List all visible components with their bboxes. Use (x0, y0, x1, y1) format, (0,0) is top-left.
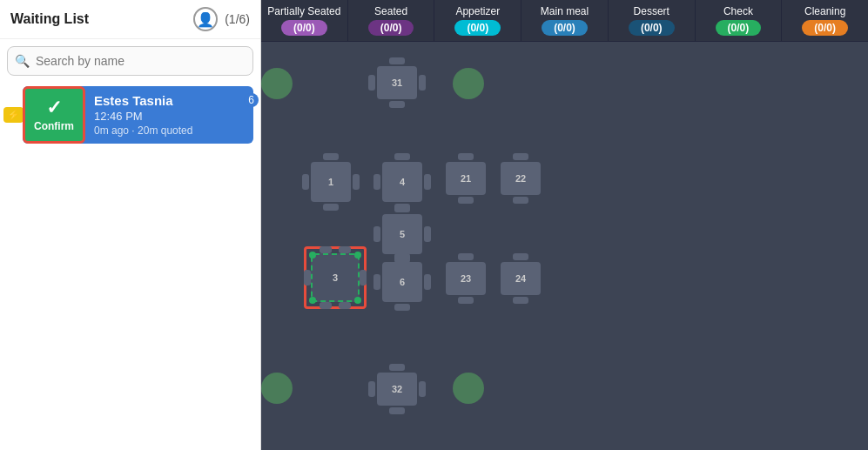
chair-top (394, 253, 410, 260)
status-label: Seated (374, 5, 407, 17)
table-rect-24[interactable]: 24 (501, 262, 541, 295)
table-6[interactable]: 6 (382, 262, 422, 302)
search-icon: 🔍 (15, 54, 30, 68)
status-tab-seated[interactable]: Seated (0/0) (348, 0, 435, 41)
status-pill: (0/0) (281, 20, 327, 36)
avatar-icon[interactable]: 👤 (193, 7, 218, 31)
status-tab-appetizer[interactable]: Appetizer (0/0) (434, 0, 521, 41)
chair-top (458, 253, 474, 260)
corner-dot-br (354, 297, 361, 304)
status-label: Appetizer (455, 5, 500, 17)
status-label: Main meal (541, 5, 589, 17)
list-item[interactable]: ✓ Confirm Estes Tasnia 12:46 PM 0m ago ·… (23, 86, 253, 144)
status-label: Dessert (634, 5, 670, 17)
status-bar: Partially Seated (0/0) Seated (0/0) Appe… (261, 0, 868, 42)
status-tab-cleaning[interactable]: Cleaning (0/0) (782, 0, 868, 41)
chair-bottom (394, 304, 410, 311)
corner-dot-tl (309, 252, 316, 259)
chair-top (513, 153, 528, 160)
status-tab-dessert[interactable]: Dessert (0/0) (609, 0, 696, 41)
search-input[interactable] (7, 46, 253, 76)
chair-bottom (458, 297, 474, 304)
status-tab-main-meal[interactable]: Main meal (0/0) (521, 0, 609, 41)
chair-bottom (323, 204, 339, 211)
confirm-button[interactable]: ✓ Confirm (23, 86, 85, 144)
sidebar-title: Waiting List (10, 11, 89, 27)
status-label: Check (723, 5, 753, 17)
chair-right (360, 270, 367, 285)
table-3[interactable]: 3 (311, 253, 360, 302)
item-info: Estes Tasnia 12:46 PM 0m ago · 20m quote… (85, 86, 253, 144)
chair-right (419, 75, 426, 91)
item-time: 12:46 PM (94, 110, 245, 123)
chair-right (424, 226, 431, 242)
table-21[interactable]: 21 (446, 162, 486, 195)
table-24[interactable]: 24 (501, 262, 541, 295)
sidebar-header: Waiting List 👤 (1/6) (0, 0, 260, 39)
status-pill: (0/0) (454, 20, 501, 36)
chair-left (373, 174, 380, 190)
chair-top-left (320, 246, 332, 253)
sidebar-header-right: 👤 (1/6) (193, 7, 250, 31)
chair-top (389, 364, 405, 371)
table-rect-21[interactable]: 21 (446, 162, 486, 195)
chair-left (302, 174, 309, 190)
status-pill: (0/0) (716, 20, 762, 36)
table-rect-23[interactable]: 23 (446, 262, 486, 295)
table-32[interactable]: 32 (377, 373, 417, 406)
chair-bottom-left (320, 302, 332, 309)
status-pill: (0/0) (368, 20, 414, 36)
table-rect-3[interactable]: 3 (311, 253, 360, 302)
table-31[interactable]: 31 (377, 66, 417, 99)
chair-bottom (389, 101, 405, 108)
chair-top (394, 205, 410, 212)
chair-bottom (389, 407, 405, 414)
status-tab-partially-seated[interactable]: Partially Seated (0/0) (261, 0, 348, 41)
table-rect-32[interactable]: 32 (377, 373, 417, 406)
chair-bottom (458, 197, 474, 204)
chair-left (368, 75, 375, 91)
table-rect-6[interactable]: 6 (382, 262, 422, 302)
counter-badge: (1/6) (225, 12, 250, 26)
chair-right (424, 174, 431, 190)
table-22[interactable]: 22 (501, 162, 541, 195)
chair-right (419, 381, 426, 397)
chair-top (323, 153, 339, 160)
chair-bottom-right (339, 302, 351, 309)
floor-plan[interactable]: 31142122536232432 (261, 42, 868, 450)
chair-top (389, 57, 405, 64)
chair-top-right (339, 246, 351, 253)
table-23[interactable]: 23 (446, 262, 486, 295)
plant-decoration (453, 373, 484, 404)
confirm-label: Confirm (34, 120, 74, 132)
table-rect-5[interactable]: 5 (382, 214, 422, 254)
status-pill: (0/0) (802, 20, 848, 36)
table-rect-31[interactable]: 31 (377, 66, 417, 99)
sidebar: Waiting List 👤 (1/6) 🔍 ⚡ ✓ Confirm Estes… (0, 0, 261, 450)
chair-left (304, 270, 311, 285)
chair-left (368, 381, 375, 397)
status-pill: (0/0) (542, 20, 588, 36)
corner-dot-tr (354, 252, 361, 259)
flash-icon: ⚡ (3, 107, 24, 123)
status-label: Partially Seated (267, 5, 340, 17)
table-rect-22[interactable]: 22 (501, 162, 541, 195)
search-box: 🔍 (7, 46, 253, 76)
status-tab-check[interactable]: Check (0/0) (696, 0, 783, 41)
plant-decoration (261, 373, 293, 404)
chair-top (458, 153, 474, 160)
table-1[interactable]: 1 (311, 162, 351, 202)
item-name: Estes Tasnia (94, 93, 245, 108)
chair-bottom (513, 197, 528, 204)
corner-dot-bl (309, 297, 316, 304)
table-rect-1[interactable]: 1 (311, 162, 351, 202)
chair-left (373, 226, 380, 242)
chair-bottom (513, 297, 528, 304)
table-5[interactable]: 5 (382, 214, 422, 254)
table-rect-4[interactable]: 4 (382, 162, 422, 202)
plant-decoration (453, 68, 484, 99)
main-area: Partially Seated (0/0) Seated (0/0) Appe… (261, 0, 868, 450)
chair-right (424, 274, 431, 290)
chair-top (394, 153, 410, 160)
table-4[interactable]: 4 (382, 162, 422, 202)
